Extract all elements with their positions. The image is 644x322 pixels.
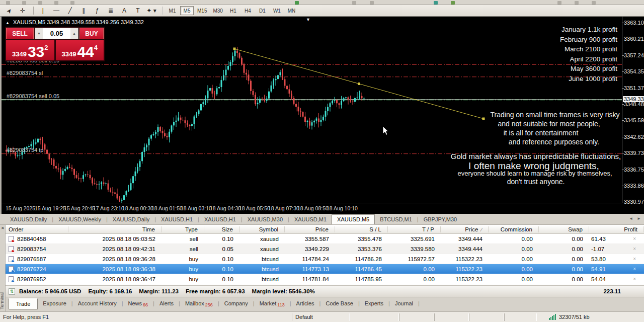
lot-size-field[interactable]: ▼ 0.05 ▲ <box>35 28 78 39</box>
chart-tab-xauusd-m1[interactable]: XAUUSD,M1 <box>289 215 332 224</box>
close-order-icon[interactable]: × <box>633 236 638 242</box>
text-tool-icon[interactable]: A <box>118 6 130 16</box>
terminal-tab-trade[interactable]: Trade <box>9 298 38 309</box>
price-axis: 3363.1053360.2153357.2403354.3503351.375… <box>622 17 644 203</box>
chart-shift-marker-icon[interactable]: ▼ <box>306 17 310 22</box>
buy-button[interactable]: BUY <box>79 28 104 39</box>
column-header-price[interactable]: Price <box>285 226 335 232</box>
sell-price-prefix: 3349 <box>12 49 27 59</box>
terminal-tab-experts[interactable]: Experts <box>360 298 388 308</box>
chart-tab-xauusd-daily[interactable]: XAUUSD,Daily <box>5 215 52 224</box>
column-header-size[interactable]: Size <box>204 226 239 232</box>
close-order-icon[interactable]: × <box>633 276 638 282</box>
label-tool-icon[interactable]: T <box>132 6 144 16</box>
terminal-tab-company[interactable]: Company <box>219 298 253 308</box>
cell-tp: 0.00 <box>388 276 441 282</box>
terminal-tab-alerts[interactable]: Alerts <box>154 298 179 308</box>
chart-tab-gbpjpy-m30[interactable]: GBPJPY,M30 <box>419 215 462 224</box>
timeframe-button-m1[interactable]: M1 <box>166 6 179 15</box>
column-header-tp[interactable]: T / P <box>388 226 441 232</box>
column-header-order[interactable]: Order <box>6 226 68 232</box>
order-row-829076587[interactable]: 8290765872025.08.18 09:36:28buy0.10btcus… <box>6 254 644 264</box>
vertical-line-tool-icon[interactable]: ❘ <box>37 6 49 16</box>
tab-scroll-right-icon[interactable]: ► <box>637 216 641 221</box>
chart-tab-xauusd-h1[interactable]: XAUUSD,H1 <box>199 215 241 224</box>
fibonacci-tool-icon[interactable]: ƒ <box>91 6 103 16</box>
time-tick-label: 18 Aug 03:10 <box>181 205 212 211</box>
price-tick-label: 3342.620 <box>624 134 644 140</box>
shapes-tool-icon[interactable]: ✦ ▾ <box>145 6 157 16</box>
order-row-829083754[interactable]: 8290837542025.08.18 09:42:31sell0.05xauu… <box>6 244 644 254</box>
timeframe-button-d1[interactable]: D1 <box>256 6 269 15</box>
timeframe-button-m30[interactable]: M30 <box>210 6 225 15</box>
cell-tp: 3325.691 <box>388 236 441 242</box>
price-tick-label: 3330.975 <box>624 199 644 205</box>
close-order-icon[interactable]: × <box>633 256 638 262</box>
channel-tool-icon[interactable]: ∥ <box>77 6 90 16</box>
cell-commission: 0.00 <box>489 246 539 252</box>
buy-price-box[interactable]: 3349 44 4 <box>56 40 104 60</box>
tab-scroll-left-icon[interactable]: ◄ <box>629 216 633 221</box>
chart-window: ▲ XAUUSD,M5 3349.348 3349.558 3349.256 3… <box>0 17 644 214</box>
lot-decrease-button[interactable]: ▼ <box>35 28 43 39</box>
lot-increase-button[interactable]: ▲ <box>70 28 78 39</box>
terminal-tab-separator: | <box>418 298 420 306</box>
timeframe-button-mn[interactable]: MN <box>285 6 298 15</box>
cursor-tool-icon[interactable]: ➤ <box>2 3 16 19</box>
column-header-sl[interactable]: S / L <box>335 226 388 232</box>
cell-price: 115322.23 <box>441 266 489 272</box>
terminal-tab-mailbox[interactable]: Mailbox256 <box>180 298 218 308</box>
order-row-829076724[interactable]: 8290767242025.08.18 09:36:38buy0.10btcus… <box>6 264 644 274</box>
time-tick-label: 18 Aug 01:50 <box>151 205 183 211</box>
close-order-icon[interactable]: × <box>633 246 638 252</box>
terminal-close-icon[interactable]: ✕ <box>1 226 5 230</box>
horizontal-line-tool-icon[interactable]: — <box>50 6 62 16</box>
cycle-lines-tool-icon[interactable]: ≣ <box>105 6 117 16</box>
chart-tab-xauusd-daily[interactable]: XAUUSD,Daily <box>108 215 154 224</box>
terminal-tab-journal[interactable]: Journal <box>390 298 418 308</box>
trendline-tool-icon[interactable]: ╱ <box>64 6 76 16</box>
cell-sl: 114786.28 <box>335 256 388 262</box>
terminal-tab-account-history[interactable]: Account History <box>73 298 122 308</box>
column-header-symbol[interactable]: Symbol <box>239 226 285 232</box>
cell-profit: 61.43× <box>589 236 644 242</box>
sell-button[interactable]: SELL <box>6 28 34 39</box>
timeframe-button-w1[interactable]: W1 <box>270 6 284 15</box>
balance-item: Margin level: 5546.30% <box>252 288 315 294</box>
timeframe-button-h1[interactable]: H1 <box>226 6 240 15</box>
terminal-tab-exposure[interactable]: Exposure <box>38 298 71 308</box>
terminal-tab-articles[interactable]: Articles <box>291 298 319 308</box>
column-header-swap[interactable]: Swap <box>539 226 589 232</box>
cell-price: 3349.229 <box>285 246 335 252</box>
timeframe-button-m5[interactable]: M5 <box>180 6 194 15</box>
price-tick-label: 3357.240 <box>624 52 644 58</box>
chart-tab-xauusd-h1[interactable]: XAUUSD,H1 <box>156 215 198 224</box>
lot-size-value[interactable]: 0.05 <box>43 28 70 39</box>
sell-price-box[interactable]: 3349 33 2 <box>6 40 54 60</box>
timeframe-button-m15[interactable]: M15 <box>195 6 209 15</box>
chart-tab-btcusd-m1[interactable]: BTCUSD,M1 <box>375 215 417 224</box>
terminal-tab-bar: TradeExposure|Account History|News66|Ale… <box>6 297 644 311</box>
cell-profit: 54.04× <box>589 276 644 282</box>
timeframe-button-h4[interactable]: H4 <box>241 6 255 15</box>
column-header-time[interactable]: Time <box>68 226 162 232</box>
column-header-commission[interactable]: Commission <box>489 226 539 232</box>
crosshair-tool-icon[interactable]: ✛ <box>17 6 29 16</box>
toolbar-icon-fragment <box>434 1 438 5</box>
order-type-icon <box>9 256 14 262</box>
time-tick-label: 18 Aug 04:30 <box>210 205 241 211</box>
terminal-tab-code-base[interactable]: Code Base <box>320 298 358 308</box>
column-header-type[interactable]: Type <box>162 226 204 232</box>
column-header-profit[interactable]: Profit <box>589 226 644 232</box>
chart-annotation: it is all for entertainment <box>504 129 579 137</box>
terminal-tab-news[interactable]: News66 <box>123 298 153 308</box>
order-row-829076952[interactable]: 8290769522025.08.18 09:36:47buy0.10btcus… <box>6 274 644 284</box>
terminal-tab-market[interactable]: Market113 <box>255 298 290 308</box>
profile-cell[interactable]: Default <box>292 313 350 321</box>
close-order-icon[interactable]: × <box>633 266 638 272</box>
order-row-828840458[interactable]: 8288404582025.08.18 05:03:52sell0.10xauu… <box>6 234 644 244</box>
chart-tab-xauusd-m5[interactable]: XAUUSD,M5 <box>332 214 375 224</box>
chart-tab-xauusd-m30[interactable]: XAUUSD,M30 <box>243 215 288 224</box>
column-header-price[interactable]: Price∕ <box>441 226 489 232</box>
chart-tab-xauusd-weekly[interactable]: XAUUSD,Weekly <box>53 215 106 224</box>
